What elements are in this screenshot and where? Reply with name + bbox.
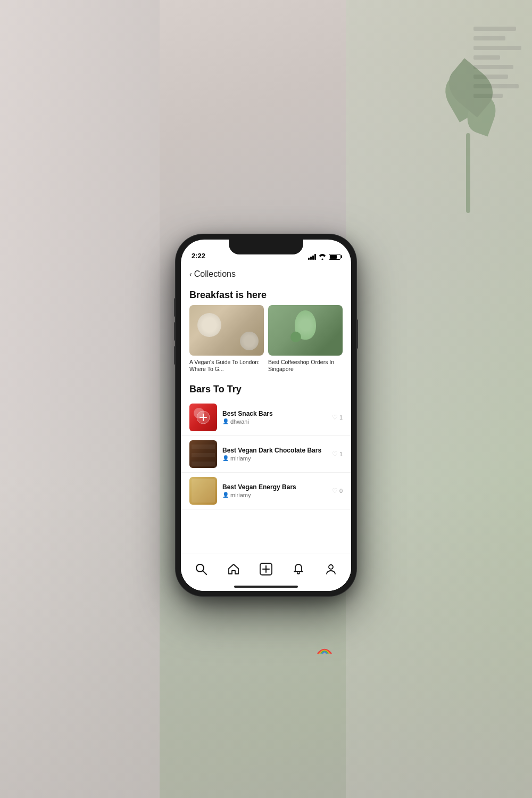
svg-point-6 [329,565,333,569]
home-icon [228,563,239,575]
phone-notch [229,240,303,254]
section-breakfast-title: Breakfast is here [181,283,351,305]
section-bars-title: Bars To Try [181,382,351,399]
green-drink-image [268,305,343,356]
profile-icon [325,563,337,575]
wifi-icon [319,254,326,260]
nav-bell[interactable] [287,557,310,581]
bar-image-2 [189,440,217,468]
food-bowls-image [189,305,264,356]
list-item-author-1: dhwani [222,418,327,425]
card-image-2 [268,305,343,356]
signal-icon [308,254,316,260]
nav-profile[interactable] [319,557,343,581]
app-header: ‹ Collections [181,263,351,283]
app-content[interactable]: ‹ Collections Breakfast is here [181,263,351,591]
list-item-author-2: miriamy [222,455,327,462]
back-arrow-icon: ‹ [189,270,192,278]
svg-line-2 [203,571,207,575]
phone-frame: 2:22 [176,234,356,596]
home-indicator [234,586,298,588]
likes-count-2: 1 [339,451,343,457]
nav-home[interactable] [222,557,245,581]
status-time: 2:22 [192,252,205,260]
list-likes-2: ♡ 1 [332,450,343,458]
list-item-2[interactable]: Best Vegan Dark Chocolate Bars miriamy ♡… [181,436,351,473]
section-bars: Bars To Try [181,382,351,509]
list-likes-1: ♡ 1 [332,414,343,421]
likes-count-1: 1 [339,414,343,421]
back-button[interactable]: ‹ [189,270,192,278]
cards-grid: A Vegan's Guide To London: Where To G...… [181,305,351,382]
header-title: Collections [194,269,236,279]
status-icons [308,254,340,260]
card-2[interactable]: Best Coffeeshop Orders In Singapore [268,305,343,373]
heart-icon-3: ♡ [332,487,338,495]
bar-image-3 [189,477,217,505]
card-label-2: Best Coffeeshop Orders In Singapore [268,359,343,373]
battery-icon [329,254,340,260]
list-item-author-3: miriamy [222,492,327,498]
nav-search[interactable] [189,557,213,581]
likes-count-3: 0 [339,488,343,494]
heart-icon-1: ♡ [332,414,338,421]
bell-icon [293,563,304,575]
list-likes-3: ♡ 0 [332,487,343,495]
list-item-title-1: Best Snack Bars [222,410,327,417]
phone-screen: 2:22 [181,240,351,591]
list-item-title-2: Best Vegan Dark Chocolate Bars [222,447,327,454]
list-info-3: Best Vegan Energy Bars miriamy [222,483,327,498]
list-thumb-3 [189,477,217,505]
list-item-title-3: Best Vegan Energy Bars [222,483,327,491]
phone-device: 2:22 [176,234,356,596]
section-breakfast: Breakfast is here A Vegan's Guide To Lon… [181,283,351,382]
nav-add[interactable] [254,557,278,581]
list-item-3[interactable]: Best Vegan Energy Bars miriamy ♡ 0 [181,473,351,509]
list-thumb-1 [189,404,217,431]
add-icon [260,563,272,575]
card-1[interactable]: A Vegan's Guide To London: Where To G... [189,305,264,373]
heart-icon-2: ♡ [332,450,338,458]
list-item-1[interactable]: Best Snack Bars dhwani ♡ 1 [181,399,351,436]
bar-image-1 [189,404,217,431]
list-info-2: Best Vegan Dark Chocolate Bars miriamy [222,447,327,462]
search-icon [195,563,207,575]
rainbow-tattoo [317,644,332,657]
list-thumb-2 [189,440,217,468]
bar-logo-icon [196,410,211,425]
nav-spacer [181,509,351,547]
card-label-1: A Vegan's Guide To London: Where To G... [189,359,264,373]
card-image-1 [189,305,264,356]
list-info-1: Best Snack Bars dhwani [222,410,327,425]
